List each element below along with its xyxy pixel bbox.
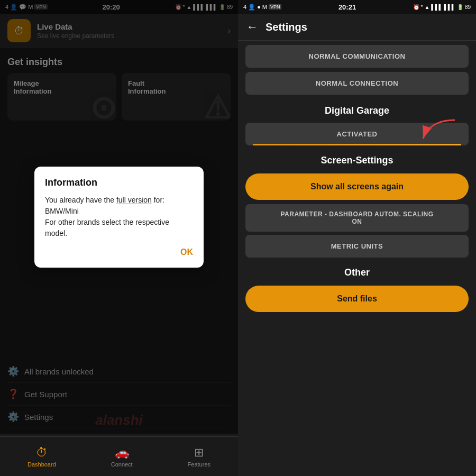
right-left-icons: 4 👤 ● M VPN [243,4,281,11]
modal-full-version: full version [116,196,152,204]
normal-communication-btn[interactable]: NORMAL COMMUNICATION [245,45,469,68]
back-button[interactable]: ← [246,20,258,34]
features-nav-label: Features [188,461,210,468]
right-wifi-icon: ▲ [424,4,429,10]
metric-units-btn[interactable]: METRIC UNITS [245,235,469,258]
right-alarm-icon: ⏰ [413,4,419,10]
param-dashboard-btn[interactable]: PARAMETER - DASHBOARD AUTOM. SCALING ON [245,204,469,232]
right-signal1-icon: ▌▌▌ [431,4,442,10]
right-right-icons: ⏰ * ▲ ▌▌▌ ▌▌▌ 🔋 89 [413,4,471,10]
modal-body-for: for: [152,196,164,204]
left-phone: 4 👤 💬 M VPN 20:20 ⏰ * ▲ ▌▌▌ ▌▌▌ 🔋 89 ⏱ L… [0,0,238,476]
right-battery-icon: 🔋 [457,4,463,10]
right-circle-icon: ● [257,4,261,10]
modal-other-brands: For other brands select the respective m… [45,218,169,237]
right-signal2-icon: ▌▌▌ [444,4,455,10]
settings-content: NORMAL COMMUNICATION NORMAL CONNECTION D… [238,41,476,476]
right-person-icon: 👤 [248,4,255,11]
right-status-bar: 4 👤 ● M VPN 20:21 ⏰ * ▲ ▌▌▌ ▌▌▌ 🔋 89 [238,0,476,14]
nav-features[interactable]: ⊞ Features [188,446,210,468]
right-mail-icon: M [262,4,267,10]
features-nav-icon: ⊞ [194,446,204,460]
information-modal: Information You already have the full ve… [34,167,204,268]
activated-area: ACTIVATED [238,123,476,145]
right-vpn-badge: VPN [269,4,282,10]
modal-title: Information [45,177,193,188]
modal-brand: BMW/Mini [45,207,79,215]
bottom-nav: ⏱ Dashboard 🚗 Connect ⊞ Features [0,436,238,476]
other-section-title: Other [238,261,476,281]
show-all-screens-button[interactable]: Show all screens again [245,173,469,200]
settings-title: Settings [266,21,307,33]
right-time: 20:21 [338,3,356,11]
normal-connection-btn[interactable]: NORMAL CONNECTION [245,72,469,95]
screen-settings-title: Screen-Settings [238,149,476,169]
right-phone: 4 👤 ● M VPN 20:21 ⏰ * ▲ ▌▌▌ ▌▌▌ 🔋 89 ← S… [238,0,476,476]
dashboard-nav-icon: ⏱ [36,446,48,460]
connect-nav-icon: 🚗 [115,446,129,460]
dashboard-nav-label: Dashboard [28,461,56,468]
modal-overlay: Information You already have the full ve… [0,0,238,434]
nav-connect[interactable]: 🚗 Connect [111,446,133,468]
modal-ok-button[interactable]: OK [180,248,193,257]
connect-nav-label: Connect [111,461,133,468]
send-files-button[interactable]: Send files [245,286,469,312]
nav-dashboard[interactable]: ⏱ Dashboard [28,446,56,468]
activated-button[interactable]: ACTIVATED [245,123,469,145]
modal-body-line1: You already have the [45,196,116,204]
right-battery-percent: 89 [465,4,471,10]
digital-garage-title: Digital Garage [238,99,476,120]
settings-header: ← Settings [238,14,476,41]
modal-ok-area: OK [45,248,193,257]
right-sim-icon: 4 [243,4,246,10]
modal-body: You already have the full version for: B… [45,195,193,239]
right-bluetooth-icon: * [421,4,423,10]
